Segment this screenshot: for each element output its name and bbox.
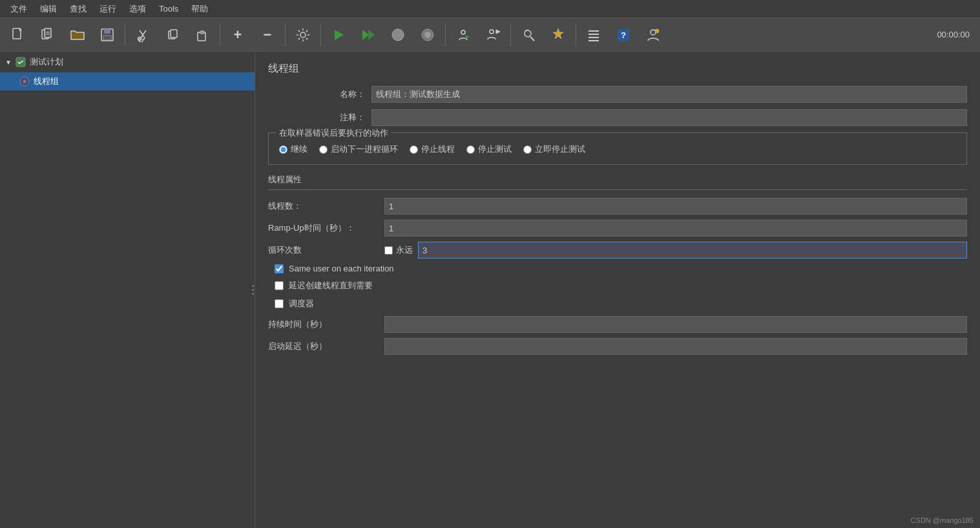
search-button[interactable] [514,21,543,49]
name-label: 名称： [268,89,371,100]
comment-row: 注释： [268,109,967,126]
svg-marker-20 [466,35,470,39]
test-plan-icon [14,56,27,69]
rampup-input[interactable] [384,220,967,237]
template-button[interactable] [34,21,62,49]
svg-rect-2 [45,28,51,37]
list-button[interactable] [579,21,608,49]
forever-checkbox[interactable] [384,246,393,255]
remote-start-button[interactable] [449,21,477,49]
error-radio-row: 继续 启动下一进程循环 停止线程 停止测试 立即停止测试 [279,140,956,155]
open-button[interactable] [63,21,92,49]
svg-rect-10 [171,30,177,37]
panel-resize-handle[interactable] [251,52,255,528]
menu-find[interactable]: 查找 [65,2,92,16]
separator-4 [320,23,321,47]
new-button[interactable] [4,21,32,49]
same-user-checkbox[interactable] [275,264,284,273]
radio-continue-input[interactable] [279,145,287,154]
stop-button[interactable] [384,21,412,49]
help-button[interactable]: ? [609,21,638,49]
remove-element-button[interactable]: − [253,21,282,49]
scheduler-row: 调度器 [268,298,967,310]
separator-2 [220,23,220,47]
svg-point-23 [525,30,531,37]
start-no-pause-button[interactable] [354,21,382,49]
save-button[interactable] [93,21,121,49]
radio-start-next-input[interactable] [319,145,328,154]
name-row: 名称： [268,86,967,103]
stop-now-button[interactable] [413,21,442,49]
thread-count-input[interactable] [384,198,967,215]
svg-rect-6 [104,29,110,34]
error-group-legend: 在取样器错误后要执行的动作 [276,127,391,139]
menu-run[interactable]: 运行 [94,2,121,16]
comment-input[interactable] [371,109,967,126]
right-panel: 线程组 名称： 注释： 在取样器错误后要执行的动作 继续 启动下一进程循环 [255,52,980,528]
tree-child-label: 线程组 [34,76,59,87]
radio-stop-thread[interactable]: 停止线程 [410,143,455,155]
menu-file[interactable]: 文件 [5,2,32,16]
add-element-button[interactable]: + [224,21,252,49]
delay-create-label[interactable]: 延迟创建线程直到需要 [289,280,373,291]
svg-rect-7 [103,36,111,40]
scheduler-checkbox[interactable] [275,299,284,308]
svg-marker-22 [496,30,500,34]
startup-delay-row: 启动延迟（秒） [268,338,967,355]
tree-child-item[interactable]: 线程组 [0,72,255,90]
watermark: CSDN @mango185 [911,516,974,524]
toolbar: + − [0,18,980,52]
error-action-group: 在取样器错误后要执行的动作 继续 启动下一进程循环 停止线程 停止测试 [268,132,967,165]
paste-button[interactable] [188,21,216,49]
settings-button[interactable] [289,21,317,49]
svg-line-24 [530,37,534,41]
timer-display: 00:00:00 [937,30,976,39]
thread-count-row: 线程数： [268,198,967,215]
loop-count-row: 循环次数 永远 [268,242,967,259]
radio-stop-test-input[interactable] [466,145,475,154]
radio-stop-test-now-input[interactable] [523,145,532,154]
cut-button[interactable] [129,21,157,49]
separator-5 [445,23,446,47]
menu-help[interactable]: 帮助 [186,2,213,16]
rampup-label: Ramp-Up时间（秒）： [268,222,384,234]
delay-create-checkbox[interactable] [275,281,284,290]
name-input[interactable] [371,86,967,103]
remote-manager-button[interactable] [639,21,667,49]
menu-edit[interactable]: 编辑 [35,2,62,16]
clear-button[interactable] [544,21,572,49]
thread-count-label: 线程数： [268,200,384,212]
copy-button[interactable] [158,21,187,49]
radio-stop-test-now[interactable]: 立即停止测试 [523,143,585,155]
forever-label[interactable]: 永远 [396,244,413,256]
radio-stop-test-label: 停止测试 [478,143,512,155]
svg-point-19 [461,30,465,34]
menubar: 文件 编辑 查找 运行 选项 Tools 帮助 [0,0,980,18]
radio-start-next[interactable]: 启动下一进程循环 [319,143,398,155]
main-layout: ▼ 测试计划 线程组 [0,52,980,528]
startup-delay-label: 启动延迟（秒） [268,341,384,352]
menu-tools[interactable]: Tools [154,3,183,15]
radio-stop-thread-input[interactable] [410,145,418,154]
rampup-row: Ramp-Up时间（秒）： [268,220,967,237]
svg-marker-15 [368,30,375,40]
tree-root-item[interactable]: ▼ 测试计划 [0,52,255,72]
scheduler-label[interactable]: 调度器 [289,298,314,310]
radio-stop-thread-label: 停止线程 [421,143,455,155]
svg-point-16 [392,29,404,41]
separator-1 [125,23,125,47]
duration-input[interactable] [384,316,967,333]
same-user-label[interactable]: Same user on each iteration [289,264,394,273]
thread-group-icon [18,75,31,88]
start-button[interactable] [324,21,353,49]
remote-start2-button[interactable] [479,21,507,49]
startup-delay-input[interactable] [384,338,967,355]
separator-3 [285,23,286,47]
radio-stop-test[interactable]: 停止测试 [466,143,512,155]
loop-count-input[interactable] [418,242,967,259]
radio-start-next-label: 启动下一进程循环 [331,143,398,155]
menu-options[interactable]: 选项 [124,2,151,16]
radio-continue[interactable]: 继续 [279,143,308,155]
svg-point-31 [651,30,656,35]
forever-check-group: 永远 [384,244,413,256]
